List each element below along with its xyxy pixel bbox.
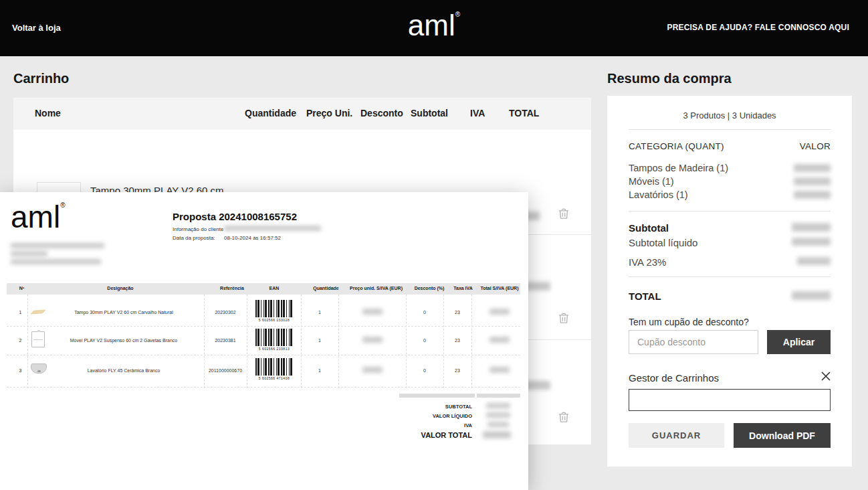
trash-icon[interactable]	[557, 311, 570, 325]
cart-manager-input[interactable]	[629, 389, 831, 411]
pdf-client-value-redacted	[224, 226, 321, 231]
grid-line	[338, 295, 339, 388]
pdf-address-redacted	[11, 251, 47, 256]
pdf-total-redacted	[490, 309, 510, 315]
pdf-price-redacted	[362, 337, 383, 343]
category-value-redacted	[794, 177, 831, 185]
pdf-price-redacted	[362, 367, 383, 373]
col-desconto: Desconto	[360, 108, 403, 118]
category-header: CATEGORIA (QUANT)	[629, 141, 724, 151]
pdf-row-num: 3	[13, 368, 27, 373]
pdf-date-value: 08-10-2024 às 16:57:52	[224, 235, 281, 241]
apply-coupon-button[interactable]: Aplicar	[767, 330, 831, 354]
subtotal-label: Subtotal	[629, 222, 669, 234]
grid-line	[471, 295, 472, 388]
cart-title: Carrinho	[13, 71, 69, 86]
pdf-row-discount: 0	[406, 368, 443, 373]
category-value-redacted	[794, 164, 831, 172]
col-quantidade: Quantidade	[245, 108, 296, 118]
totals-bar	[399, 394, 475, 398]
barcode-digits: 5 602566 233028	[251, 318, 298, 322]
help-link[interactable]: PRECISA DE AJUDA? FALE CONNOSCO AQUI	[667, 23, 849, 32]
pdf-row-tax: 23	[443, 310, 471, 315]
grid-line	[247, 295, 247, 388]
barcode-digits: 5 602566 471408	[251, 376, 298, 380]
pdf-col-designacao: Designação	[74, 286, 167, 291]
total-label: TOTAL	[629, 291, 661, 302]
subtotal-liquid-label: Subtotal líquido	[629, 237, 697, 248]
subtotal-value-redacted	[792, 223, 831, 232]
pdf-row-qty: 1	[301, 310, 338, 315]
washbasin-thumbnail-shape	[31, 363, 47, 374]
page: Voltar à loja aml® PRECISA DE AJUDA? FAL…	[0, 0, 868, 490]
download-pdf-button[interactable]: Download PDF	[734, 423, 831, 448]
pdf-row-name: Móvel PLAY V2 Suspenso 60 cm 2 Gavetas B…	[47, 338, 201, 343]
category-value-redacted	[794, 191, 831, 199]
col-iva: IVA	[470, 108, 485, 118]
barcode-digits: 5 602566 233813	[251, 347, 298, 351]
category-row-label: Lavatórios (1)	[629, 189, 688, 200]
pdf-col-desconto: Desconto (%)	[409, 286, 449, 291]
close-icon[interactable]	[821, 372, 831, 381]
pdf-row-ref: 20230381	[205, 338, 245, 343]
pdf-subtotal-redacted	[486, 403, 510, 408]
pdf-liquid-label: VALOR LÍQUIDO	[433, 413, 472, 419]
pdf-row-name: Tampo 30mm PLAY V2 60 cm Carvalho Natura…	[47, 310, 201, 315]
col-subtotal: Subtotal	[411, 108, 448, 118]
pdf-valor-total-label: VALOR TOTAL	[421, 431, 472, 439]
pdf-valor-total-redacted	[483, 431, 511, 438]
pdf-row-name: Lavatório FLY 45 Cerâmica Branco	[47, 368, 201, 373]
pdf-row-num: 1	[13, 310, 27, 315]
iva-value-redacted	[797, 257, 831, 265]
trash-icon[interactable]	[557, 206, 570, 221]
col-nome: Nome	[35, 108, 61, 118]
pdf-address-redacted	[11, 259, 101, 264]
pdf-date-label: Data da proposta:	[173, 235, 215, 241]
totals-bar	[477, 394, 520, 398]
summary-title: Resumo da compra	[607, 71, 732, 86]
pdf-total-redacted	[490, 367, 510, 373]
pdf-col-num: Nº	[13, 286, 30, 291]
save-button[interactable]: GUARDAR	[629, 423, 724, 448]
pdf-proposal-title: Proposta 20241008165752	[173, 211, 297, 222]
trash-icon[interactable]	[557, 410, 570, 424]
pdf-row-qty: 1	[301, 368, 338, 373]
pdf-row-discount: 0	[406, 338, 443, 343]
divider	[629, 211, 831, 212]
pdf-client-label: Informação do cliente	[173, 226, 224, 232]
pdf-col-total: Total S/IVA (EUR)	[473, 286, 526, 291]
pdf-proposal-preview: aml® Proposta 20241008165752 Informação …	[0, 192, 528, 490]
col-preco-uni: Preço Uni.	[306, 108, 352, 118]
pdf-price-redacted	[362, 309, 383, 315]
cart-table-header: Nome Quantidade Preço Uni. Desconto Subt…	[13, 98, 591, 130]
pdf-brand-logo: aml®	[11, 201, 66, 232]
pdf-address-redacted	[11, 243, 104, 248]
value-header: VALOR	[800, 141, 831, 151]
cart-manager-label: Gestor de Carrinhos	[629, 372, 719, 384]
barcode-image	[255, 329, 293, 346]
tampo-thumbnail-shape	[30, 309, 46, 314]
pdf-row-qty: 1	[301, 338, 338, 343]
pdf-row-num: 2	[13, 338, 27, 343]
summary-card: 3 Produtos | 3 Unidades CATEGORIA (QUANT…	[607, 96, 852, 467]
pdf-row-ref: 20230302	[205, 310, 245, 315]
pdf-col-quantidade: Quantidade	[301, 286, 351, 291]
category-row-label: Móveis (1)	[629, 176, 674, 187]
grid-line	[27, 295, 28, 388]
pdf-col-preco: Preço unid. S/IVA (EUR)	[344, 286, 408, 291]
subtotal-liquid-value-redacted	[792, 238, 831, 246]
coupon-input[interactable]	[629, 330, 758, 354]
pdf-row-tax: 23	[443, 368, 471, 373]
divider	[629, 129, 831, 130]
pdf-table-header: Nº Designação Referência EAN Quantidade …	[7, 283, 520, 295]
top-bar: Voltar à loja aml® PRECISA DE AJUDA? FAL…	[0, 0, 868, 56]
pdf-row-discount: 0	[406, 310, 443, 315]
registered-mark: ®	[455, 11, 460, 18]
products-count: 3 Produtos | 3 Unidades	[607, 110, 852, 120]
cabinet-thumbnail-shape	[31, 331, 45, 347]
col-total: TOTAL	[509, 108, 539, 118]
pdf-registered-mark: ®	[60, 201, 65, 209]
pdf-brand-logo-text: aml	[11, 199, 60, 234]
iva-label: IVA 23%	[629, 256, 666, 268]
table-bottom-divider	[7, 387, 520, 388]
